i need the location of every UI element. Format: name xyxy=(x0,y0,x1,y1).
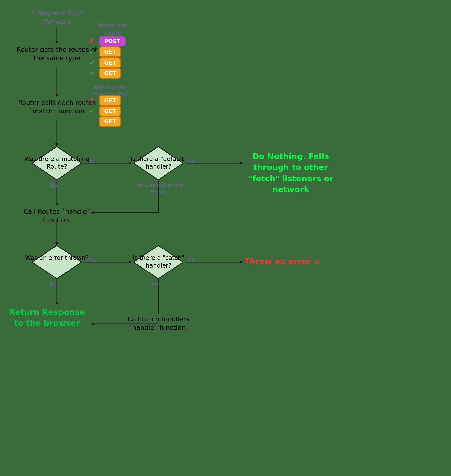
yes-label-3: Yes xyxy=(150,281,159,288)
yes-label-2: Yes xyxy=(88,257,97,263)
router-gets-routes-label: Router gets the routes of the same type xyxy=(12,46,101,63)
svg-marker-28 xyxy=(32,246,82,279)
no-label-1: No xyxy=(88,158,95,164)
registered-routes-label: Registered routes xyxy=(94,22,131,36)
get-check-2-icon: ✓ xyxy=(89,58,95,67)
yes-label-1: Yes xyxy=(49,182,58,188)
post-cross-icon: ✗ xyxy=(89,37,95,45)
svg-marker-22 xyxy=(55,302,58,305)
is-catch-handler-label: Is there a "catch" handler? xyxy=(124,254,193,270)
post-badge: POST xyxy=(99,36,126,46)
was-error-thrown-label: Was an error thrown? xyxy=(25,254,89,262)
svg-marker-25 xyxy=(91,322,94,325)
no-label-4: No xyxy=(49,281,56,288)
call-routes-handle-label: Call Routes `handle` function. xyxy=(12,208,101,225)
was-matching-route-label: Was there a matching Route? xyxy=(24,155,90,171)
get-check-1-icon: ✓ xyxy=(89,47,95,56)
get-badge-match-2: GET xyxy=(99,106,121,116)
get-check-3-icon: ✓ xyxy=(89,69,95,77)
get-badge-match-3: GET xyxy=(99,116,121,127)
svg-marker-20 xyxy=(240,261,243,264)
svg-marker-3 xyxy=(55,94,58,97)
diagram-container: * Request from Network Router gets the r… xyxy=(0,0,451,476)
get-badge-1: GET xyxy=(99,46,121,57)
return-response-label: Return Response to the browser xyxy=(7,307,87,329)
no-label-3: No xyxy=(187,257,195,263)
get-badge-2: GET xyxy=(99,57,121,68)
svg-marker-16 xyxy=(55,242,58,246)
get-badge-3: GET xyxy=(99,68,121,79)
flowchart-svg xyxy=(0,0,451,476)
svg-marker-11 xyxy=(55,203,58,206)
no-label-2: No xyxy=(187,158,195,164)
request-from-network-label: * Request from Network xyxy=(25,9,89,27)
svg-marker-9 xyxy=(240,162,243,165)
do-nothing-label: Do Nothing. Falls through to other "fetc… xyxy=(244,151,338,195)
call-catch-handle-label: Call catch handlers `handle` function. xyxy=(113,315,204,332)
get-badge-match-1: GET xyxy=(99,95,121,106)
throw-error-label: Throw an error ☠ xyxy=(244,257,330,266)
router-calls-match-label: Router calls each routes `match` functio… xyxy=(12,99,101,116)
svg-marker-1 xyxy=(55,41,58,44)
svg-marker-5 xyxy=(55,143,58,147)
yes-use-route-label: Yes (Use this as the Route) xyxy=(126,182,190,195)
is-default-handler-label: Is there a "default" handler? xyxy=(124,155,193,171)
